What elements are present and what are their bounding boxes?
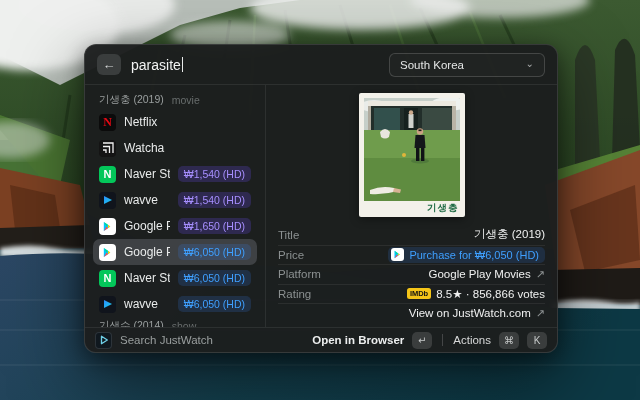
justwatch-link-text: View on JustWatch.com [409,307,531,319]
external-link-icon: ↗ [536,268,545,281]
external-link-icon: ↗ [536,307,545,320]
platform-link[interactable]: Google Play Movies ↗ [429,268,546,281]
meta-row-platform: Platform Google Play Movies ↗ [278,264,545,284]
k-key-icon: K [527,332,547,349]
actions-menu-button[interactable]: Actions [453,334,491,346]
rating-value: IMDb 8.5★ · 856,866 votes [407,287,545,301]
provider-label: Google Play Mov... [124,245,170,259]
open-in-browser-action[interactable]: Open in Browser [312,334,404,346]
results-list: 기생충 (2019) movie N Netflix Watcha N [85,85,265,327]
naver-store-icon: N [99,270,116,287]
search-input[interactable]: parasite [131,57,379,73]
section-type: show [172,320,197,327]
divider [442,334,443,346]
price-badge: ₩6,050 (HD) [178,270,251,286]
price-badge: ₩1,650 (HD) [178,218,251,234]
section-title: 기생충 (2019) [99,93,164,107]
naver-store-icon: N [99,166,116,183]
list-item[interactable]: Google Play Mov... ₩1,650 (HD) [93,213,257,239]
chevron-down-icon: ⌄ [526,59,534,69]
wavve-icon [99,296,116,313]
provider-label: Naver Store [124,167,170,181]
list-item[interactable]: wavve ₩6,050 (HD) [93,291,257,317]
action-bar: Search JustWatch Open in Browser ↵ Actio… [85,327,557,352]
meta-label: Rating [278,288,311,300]
meta-row-link: View on JustWatch.com ↗ [278,303,545,323]
list-item-selected[interactable]: Google Play Mov... ₩6,050 (HD) [93,239,257,265]
price-badge: ₩1,540 (HD) [178,192,251,208]
section-title: 기생수 (2014) [99,319,164,327]
command-label: Search JustWatch [120,334,304,346]
section-header: 기생충 (2019) movie [93,91,257,109]
provider-label: Netflix [124,115,251,129]
list-item[interactable]: wavve ₩1,540 (HD) [93,187,257,213]
imdb-icon: IMDb [407,288,431,299]
provider-label: Naver Store [124,271,170,285]
detail-metadata: Title 기생충 (2019) Price [278,225,545,323]
justwatch-logo-icon [95,332,112,349]
price-badge: ₩6,050 (HD) [178,244,251,260]
wavve-icon [99,192,116,209]
detail-panel: 기생충 Title 기생충 (2019) Price [265,85,557,327]
rating-text: 8.5★ · 856,866 votes [436,287,545,301]
movie-poster: 기생충 [359,93,465,217]
google-play-icon [99,218,116,235]
poster-art [364,98,460,201]
meta-row-title: Title 기생충 (2019) [278,225,545,245]
search-header: ← parasite South Korea ⌄ [85,45,557,85]
section-header: 기생수 (2014) show [93,317,257,327]
meta-row-rating: Rating IMDb 8.5★ · 856,866 votes [278,284,545,304]
region-dropdown[interactable]: South Korea ⌄ [389,53,545,77]
price-badge: ₩6,050 (HD) [178,296,251,312]
justwatch-link[interactable]: View on JustWatch.com ↗ [409,307,545,320]
platform-text: Google Play Movies [429,268,531,280]
text-caret [182,57,184,72]
desktop: ← parasite South Korea ⌄ 기생충 (2019) movi… [0,0,640,400]
enter-key-icon: ↵ [412,332,432,349]
provider-label: wavve [124,297,170,311]
watcha-icon [99,140,116,157]
justwatch-search-window: ← parasite South Korea ⌄ 기생충 (2019) movi… [84,44,558,353]
meta-label: Platform [278,268,321,280]
back-button[interactable]: ← [97,54,121,75]
price-text: Purchase for ₩6,050 (HD) [409,249,539,261]
list-item[interactable]: N Netflix [93,109,257,135]
meta-value-title: 기생충 (2019) [474,227,545,242]
google-play-icon [391,248,404,261]
search-query-text: parasite [131,57,181,73]
google-play-icon [99,244,116,261]
netflix-icon: N [99,114,116,131]
region-dropdown-value: South Korea [400,59,464,71]
results-body: 기생충 (2019) movie N Netflix Watcha N [85,85,557,327]
cmd-key-icon: ⌘ [499,332,519,349]
meta-label: Price [278,249,304,261]
list-item[interactable]: Watcha [93,135,257,161]
purchase-price-chip[interactable]: Purchase for ₩6,050 (HD) [388,247,545,263]
list-item[interactable]: N Naver Store ₩1,540 (HD) [93,161,257,187]
back-icon: ← [103,57,116,72]
provider-label: Watcha [124,141,251,155]
provider-label: Google Play Mov... [124,219,170,233]
poster-korean-title: 기생충 [427,202,459,215]
meta-label: Title [278,229,299,241]
meta-row-price: Price Purchase for ₩6,050 (HD) [278,245,545,265]
price-badge: ₩1,540 (HD) [178,166,251,182]
section-type: movie [172,94,200,106]
provider-label: wavve [124,193,170,207]
list-item[interactable]: N Naver Store ₩6,050 (HD) [93,265,257,291]
